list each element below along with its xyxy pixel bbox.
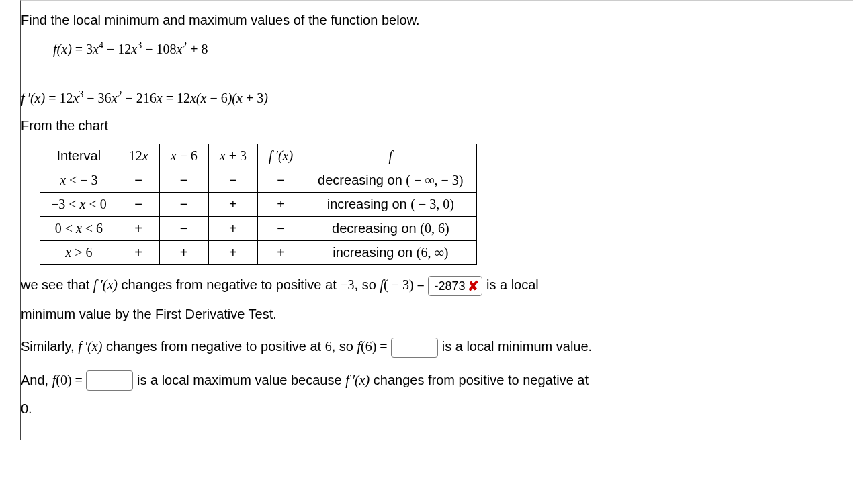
cell-sign: − bbox=[208, 168, 257, 193]
table-row: x < − 3 − − − − decreasing on ( − ∞, − 3… bbox=[40, 168, 477, 193]
cell-sign: − bbox=[257, 168, 304, 193]
cell-desc: increasing on ( − 3, 0) bbox=[304, 193, 477, 217]
cell-sign: − bbox=[159, 217, 208, 241]
cell-sign: + bbox=[118, 217, 159, 241]
cell-sign: − bbox=[118, 193, 159, 217]
table-row: −3 < x < 0 − − + + increasing on ( − 3, … bbox=[40, 193, 477, 217]
answer-1-value: -2873 bbox=[434, 277, 465, 295]
answer-box-3[interactable] bbox=[86, 370, 133, 391]
cell-sign: + bbox=[257, 193, 304, 217]
cell-desc: decreasing on (0, 6) bbox=[304, 217, 477, 241]
derivative-line: f ′(x) = 12x3 − 36x2 − 216x = 12x(x − 6)… bbox=[21, 87, 840, 108]
sentence-3: And, f(0) = is a local maximum value bec… bbox=[21, 370, 840, 391]
col-interval: Interval bbox=[40, 144, 118, 168]
cell-sign: + bbox=[118, 241, 159, 265]
cell-sign: + bbox=[257, 241, 304, 265]
table-header-row: Interval 12x x − 6 x + 3 f ′(x) f bbox=[40, 144, 477, 168]
col-xp3: x + 3 bbox=[208, 144, 257, 168]
col-f: f bbox=[304, 144, 477, 168]
cell-sign: + bbox=[208, 193, 257, 217]
cell-sign: + bbox=[159, 241, 208, 265]
col-12x: 12x bbox=[118, 144, 159, 168]
sentence-1: we see that f ′(x) changes from negative… bbox=[21, 275, 840, 296]
cell-sign: − bbox=[159, 193, 208, 217]
cell-sign: − bbox=[257, 217, 304, 241]
cell-sign: + bbox=[208, 217, 257, 241]
problem-page: Find the local minimum and maximum value… bbox=[20, 0, 853, 440]
table-row: 0 < x < 6 + − + − decreasing on (0, 6) bbox=[40, 217, 477, 241]
cell-desc: decreasing on ( − ∞, − 3) bbox=[304, 168, 477, 193]
cell-interval: −3 < x < 0 bbox=[40, 193, 118, 217]
function-definition: f(x) = 3x4 − 12x3 − 108x2 + 8 bbox=[53, 38, 840, 59]
sentence-1b: minimum value by the First Derivative Te… bbox=[21, 304, 840, 324]
sign-chart-table: Interval 12x x − 6 x + 3 f ′(x) f x < − … bbox=[40, 144, 477, 265]
cell-desc: increasing on (6, ∞) bbox=[304, 241, 477, 265]
col-fprime: f ′(x) bbox=[257, 144, 304, 168]
cell-interval: 0 < x < 6 bbox=[40, 217, 118, 241]
cell-sign: + bbox=[208, 241, 257, 265]
table-row: x > 6 + + + + increasing on (6, ∞) bbox=[40, 241, 477, 265]
prompt-text: Find the local minimum and maximum value… bbox=[21, 10, 840, 30]
col-xm6: x − 6 bbox=[159, 144, 208, 168]
sentence-3b: 0. bbox=[21, 399, 840, 419]
answer-box-2[interactable] bbox=[391, 338, 438, 358]
cell-sign: − bbox=[118, 168, 159, 193]
cell-sign: − bbox=[159, 168, 208, 193]
answer-box-1[interactable]: -2873 ✘ bbox=[428, 276, 482, 296]
sentence-2: Similarly, f ′(x) changes from negative … bbox=[21, 336, 840, 358]
wrong-icon: ✘ bbox=[468, 276, 479, 296]
cell-interval: x < − 3 bbox=[40, 168, 118, 193]
from-chart-label: From the chart bbox=[21, 115, 840, 136]
cell-interval: x > 6 bbox=[40, 241, 118, 265]
